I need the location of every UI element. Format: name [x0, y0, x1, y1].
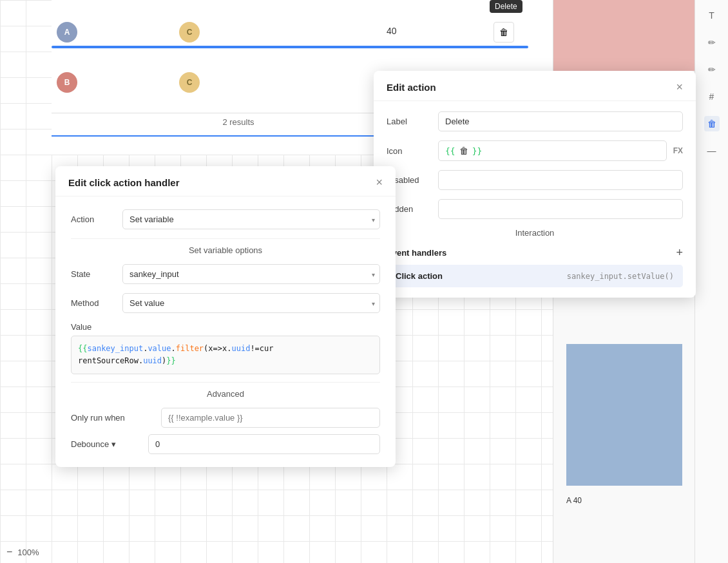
edit-action-modal: Edit action × Label Icon {{ 🗑 }} FX Disa… [374, 71, 696, 298]
zoom-bar: − 100% [6, 546, 39, 558]
fx-button[interactable]: FX [673, 146, 683, 155]
code-curly-close: }} [166, 356, 175, 365]
state-select-wrapper: sankey_input ▾ [122, 264, 380, 284]
node-c2[interactable]: C [179, 72, 200, 93]
value-code-block[interactable]: {{sankey_input.value.filter(x=>x.uuid!=c… [71, 336, 380, 374]
action-row: Action Set variable ▾ [71, 209, 380, 229]
label-input[interactable] [438, 111, 683, 131]
click-action-value: sankey_input.setValue() [567, 272, 674, 281]
sidebar-delete-icon[interactable]: 🗑 [704, 116, 720, 131]
zoom-minus-button[interactable]: − [6, 546, 12, 558]
debounce-text: Debounce [71, 439, 109, 449]
interaction-section-title: Interaction [387, 228, 683, 238]
state-row: State sankey_input ▾ [71, 264, 380, 284]
edit-action-title: Edit action [387, 82, 436, 93]
edit-action-header: Edit action × [374, 71, 696, 101]
only-run-row: Only run when [71, 408, 380, 428]
icon-curly-close: }} [472, 146, 483, 156]
sidebar-pencil-icon[interactable]: ✏ [704, 62, 720, 77]
click-handler-body: Action Set variable ▾ Set variable optio… [55, 196, 396, 467]
node-a[interactable]: A [57, 22, 77, 43]
node-b[interactable]: B [57, 72, 77, 93]
disabled-input[interactable] [438, 170, 683, 190]
code-dot2: . [171, 344, 176, 353]
sidebar-hash-icon[interactable]: # [704, 89, 720, 104]
blue-selection-line [52, 135, 425, 137]
code-uuid2: uuid [143, 356, 162, 365]
label-field-label: Label [387, 117, 438, 126]
method-row: Method Set value ▾ [71, 293, 380, 313]
method-label: Method [71, 298, 122, 308]
selection-border [52, 46, 528, 48]
click-action-row[interactable]: Click action sankey_input.setValue() [387, 265, 683, 287]
edit-action-close[interactable]: × [676, 81, 683, 93]
only-run-label: Only run when [71, 413, 161, 423]
icon-row: Icon {{ 🗑 }} FX [387, 140, 683, 161]
set-variable-options-title: Set variable options [71, 245, 380, 255]
right-sidebar: T ✏ ✏ # 🗑 — [694, 0, 728, 563]
icon-trash-symbol: 🗑 [459, 146, 468, 156]
advanced-section-title: Advanced [71, 389, 380, 399]
edit-action-body: Label Icon {{ 🗑 }} FX Disabled Hidden In… [374, 101, 696, 298]
click-handler-title: Edit click action handler [68, 177, 180, 188]
bar-blue [566, 344, 682, 486]
sidebar-minus-icon[interactable]: — [704, 143, 720, 158]
method-select[interactable]: Set value [122, 293, 380, 313]
add-event-handler-button[interactable]: + [676, 247, 683, 258]
results-count: 2 results [222, 117, 254, 127]
event-handlers-row: Event handlers + [387, 247, 683, 258]
action-select[interactable]: Set variable [122, 209, 380, 229]
hidden-row: Hidden [387, 199, 683, 219]
code-uuid1: uuid [231, 344, 250, 353]
results-row: 2 results [52, 113, 425, 131]
code-paren: (x=>x. [204, 344, 231, 353]
zoom-level: 100% [17, 548, 39, 557]
click-handler-header: Edit click action handler × [55, 166, 396, 196]
code-curly-open: {{ [78, 344, 87, 353]
debounce-arrow: ▾ [111, 439, 116, 449]
disabled-row: Disabled [387, 170, 683, 190]
state-label: State [71, 269, 122, 279]
only-run-input[interactable] [161, 408, 380, 428]
divider-1 [71, 238, 380, 239]
bar-red [553, 0, 695, 71]
action-label: Action [71, 215, 122, 224]
state-select[interactable]: sankey_input [122, 264, 380, 284]
method-select-wrapper: Set value ▾ [122, 293, 380, 313]
sidebar-edit-icon[interactable]: ✏ [704, 35, 720, 50]
value-field-label: Value [71, 322, 380, 332]
debounce-label: Debounce ▾ [71, 439, 148, 449]
delete-button[interactable]: 🗑 [493, 22, 514, 43]
debounce-input[interactable] [148, 434, 380, 454]
icon-field[interactable]: {{ 🗑 }} [438, 140, 667, 161]
code-value: value [148, 344, 171, 353]
node-c1[interactable]: C [179, 22, 200, 43]
click-handler-modal: Edit click action handler × Action Set v… [55, 166, 396, 467]
icon-field-label: Icon [387, 146, 438, 156]
delete-tooltip: Delete [490, 0, 522, 13]
icon-curly-open: {{ [445, 146, 455, 156]
sidebar-text-icon[interactable]: T [704, 8, 720, 23]
value-40: 40 [387, 26, 397, 36]
click-handler-close[interactable]: × [376, 177, 383, 188]
divider-2 [71, 382, 380, 383]
label-row: Label [387, 111, 683, 131]
click-action-label: Click action [396, 271, 443, 281]
code-variable: sankey_input [87, 344, 143, 353]
debounce-row: Debounce ▾ [71, 434, 380, 454]
code-filter: filter [176, 344, 204, 353]
hidden-input[interactable] [438, 199, 683, 219]
action-select-wrapper: Set variable ▾ [122, 209, 380, 229]
bar-label: A 40 [566, 496, 582, 505]
